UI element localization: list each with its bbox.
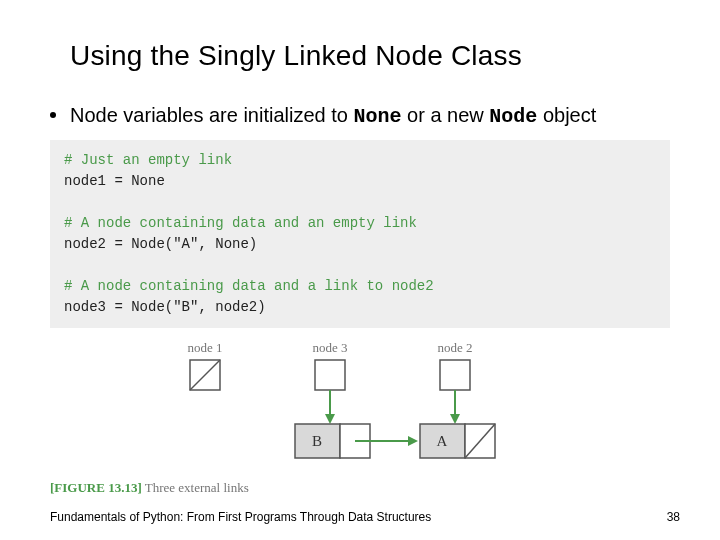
diagram-container: node 1 node 3 node 2 B A [50,332,670,472]
code-comment: # A node containing data and a link to n… [64,276,656,297]
bullet-pre: Node variables are initialized to [70,104,354,126]
node3-data-text: B [312,433,322,449]
code-blank [64,255,656,276]
code-comment: # A node containing data and an empty li… [64,213,656,234]
code-blank [64,192,656,213]
bullet-post: object [537,104,596,126]
code-statement: node3 = Node("B", node2) [64,297,656,318]
page-number: 38 [667,510,680,524]
code-node: Node [489,105,537,128]
node2-box [440,360,470,390]
arrowhead-icon [450,414,460,424]
code-statement: node1 = None [64,171,656,192]
footer-text: Fundamentals of Python: From First Progr… [50,510,431,524]
caption-text: Three external links [142,480,249,495]
node2-data-text: A [437,433,448,449]
figure-caption: [FIGURE 13.13] Three external links [50,480,670,496]
arrowhead-icon [408,436,418,446]
code-block: # Just an empty link node1 = None # A no… [50,140,670,328]
figure-tag: FIGURE 13.13 [54,480,137,495]
arrowhead-icon [325,414,335,424]
label-node2: node 2 [437,340,472,355]
label-node3: node 3 [312,340,347,355]
linked-list-diagram: node 1 node 3 node 2 B A [150,338,570,468]
code-none: None [354,105,402,128]
node3-box [315,360,345,390]
code-statement: node2 = Node("A", None) [64,234,656,255]
bullet-dot-icon [50,112,56,118]
slide-title: Using the Singly Linked Node Class [70,40,670,72]
label-node1: node 1 [187,340,222,355]
bullet-mid: or a new [402,104,490,126]
bullet-item: Node variables are initialized to None o… [50,102,670,130]
code-comment: # Just an empty link [64,150,656,171]
bullet-text: Node variables are initialized to None o… [70,102,596,130]
